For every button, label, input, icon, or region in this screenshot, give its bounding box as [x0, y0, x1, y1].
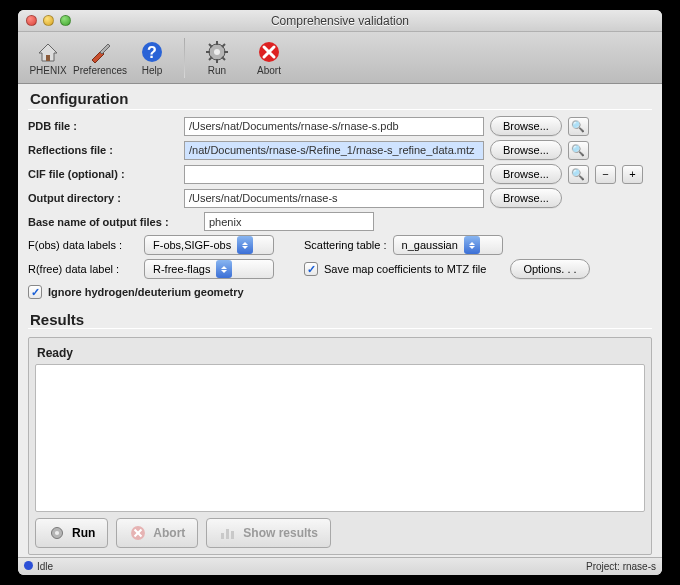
pdb-file-input[interactable] [184, 117, 484, 136]
save-map-label: Save map coefficients to MTZ file [324, 263, 486, 275]
help-label: Help [142, 65, 163, 76]
home-icon [35, 39, 61, 65]
cif-file-label: CIF file (optional) : [28, 168, 178, 180]
preferences-button[interactable]: Preferences [76, 34, 124, 82]
abort-icon [256, 39, 282, 65]
svg-text:?: ? [147, 44, 157, 61]
abort-icon [129, 524, 147, 542]
cif-add-button[interactable]: + [622, 165, 643, 184]
results-run-button[interactable]: Run [35, 518, 108, 548]
divider [28, 109, 652, 110]
help-icon: ? [139, 39, 165, 65]
ignore-hydrogen-checkbox[interactable] [28, 285, 42, 299]
scattering-table-label: Scattering table : [304, 239, 387, 251]
fobs-select[interactable]: F-obs,SIGF-obs [144, 235, 274, 255]
search-icon: 🔍 [571, 168, 585, 181]
svg-rect-0 [46, 55, 50, 61]
run-label: Run [208, 65, 226, 76]
results-title: Results [28, 311, 652, 328]
svg-rect-17 [221, 533, 224, 539]
results-panel: Ready Run Abort Show results [28, 337, 652, 555]
rfree-label: R(free) data label : [28, 263, 138, 275]
configuration-title: Configuration [28, 90, 652, 109]
project-label: Project: rnase-s [586, 561, 656, 572]
output-directory-input[interactable] [184, 189, 484, 208]
results-status: Ready [35, 344, 645, 364]
search-icon: 🔍 [571, 120, 585, 133]
status-text: Idle [37, 561, 53, 572]
pdb-search-button[interactable]: 🔍 [568, 117, 589, 136]
rfree-value: R-free-flags [153, 263, 210, 275]
show-results-label: Show results [243, 526, 318, 540]
separator [184, 38, 185, 78]
pdb-browse-button[interactable]: Browse... [490, 116, 562, 136]
svg-line-10 [222, 57, 225, 60]
results-abort-label: Abort [153, 526, 185, 540]
toolbar: PHENIX Preferences ? Help Run Abort [18, 32, 662, 84]
ignore-hydrogen-label: Ignore hydrogen/deuterium geometry [48, 286, 244, 298]
show-results-button: Show results [206, 518, 331, 548]
gear-icon [204, 39, 230, 65]
svg-line-12 [222, 44, 225, 47]
cif-remove-button[interactable]: − [595, 165, 616, 184]
status-indicator-icon [24, 561, 33, 570]
phenix-home-button[interactable]: PHENIX [24, 34, 72, 82]
output-directory-label: Output directory : [28, 192, 178, 204]
content-area: Configuration PDB file : Browse... 🔍 Ref… [18, 84, 662, 557]
svg-rect-18 [226, 529, 229, 539]
basename-input[interactable] [204, 212, 374, 231]
gear-icon [48, 524, 66, 542]
zoom-window-button[interactable] [60, 15, 71, 26]
help-button[interactable]: ? Help [128, 34, 176, 82]
run-button[interactable]: Run [193, 34, 241, 82]
svg-point-4 [214, 49, 220, 55]
output-directory-browse-button[interactable]: Browse... [490, 188, 562, 208]
reflections-browse-button[interactable]: Browse... [490, 140, 562, 160]
close-window-button[interactable] [26, 15, 37, 26]
preferences-label: Preferences [73, 65, 127, 76]
titlebar: Comprehensive validation [18, 10, 662, 32]
scattering-table-value: n_gaussian [402, 239, 458, 251]
chart-icon [219, 524, 237, 542]
results-run-label: Run [72, 526, 95, 540]
svg-line-11 [209, 57, 212, 60]
svg-point-15 [55, 531, 59, 535]
cif-browse-button[interactable]: Browse... [490, 164, 562, 184]
search-icon: 🔍 [571, 144, 585, 157]
rfree-select[interactable]: R-free-flags [144, 259, 274, 279]
minimize-window-button[interactable] [43, 15, 54, 26]
fobs-value: F-obs,SIGF-obs [153, 239, 231, 251]
save-map-checkbox[interactable] [304, 262, 318, 276]
fobs-label: F(obs) data labels : [28, 239, 138, 251]
results-console[interactable] [35, 364, 645, 512]
basename-label: Base name of output files : [28, 216, 198, 228]
statusbar: Idle Project: rnase-s [18, 557, 662, 575]
phenix-label: PHENIX [29, 65, 66, 76]
scattering-table-select[interactable]: n_gaussian [393, 235, 503, 255]
reflections-file-label: Reflections file : [28, 144, 178, 156]
svg-line-9 [209, 44, 212, 47]
options-button[interactable]: Options. . . [510, 259, 589, 279]
reflections-search-button[interactable]: 🔍 [568, 141, 589, 160]
window-title: Comprehensive validation [18, 14, 662, 28]
cif-file-input[interactable] [184, 165, 484, 184]
divider [28, 328, 652, 329]
cif-search-button[interactable]: 🔍 [568, 165, 589, 184]
app-window: Comprehensive validation PHENIX Preferen… [18, 10, 662, 575]
results-abort-button: Abort [116, 518, 198, 548]
reflections-file-input[interactable] [184, 141, 484, 160]
pdb-file-label: PDB file : [28, 120, 178, 132]
svg-rect-19 [231, 531, 234, 539]
abort-label: Abort [257, 65, 281, 76]
abort-button[interactable]: Abort [245, 34, 293, 82]
tools-icon [87, 39, 113, 65]
